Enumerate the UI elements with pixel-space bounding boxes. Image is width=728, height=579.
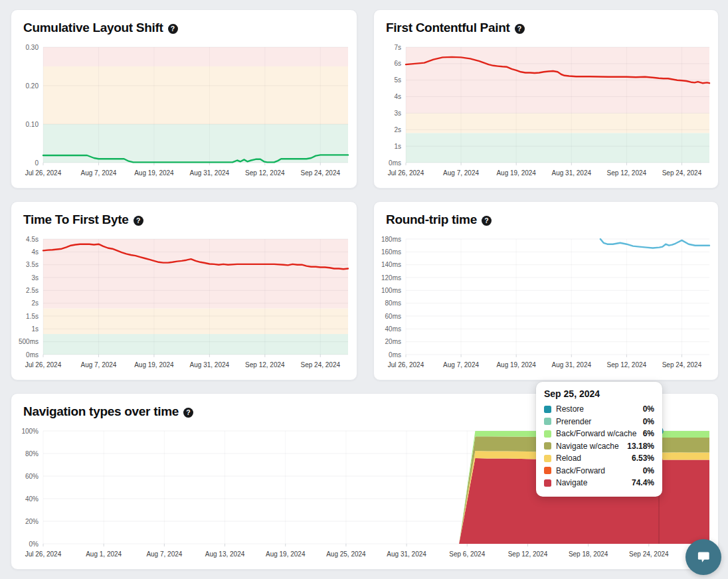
svg-text:6s: 6s [394, 60, 401, 67]
chart-title-nav: Navigation types over time [23, 404, 179, 420]
fcp-chart[interactable]: Jul 26, 2024Aug 7, 2024Aug 19, 2024Aug 3… [374, 41, 718, 181]
cls-plot: Jul 26, 2024Aug 7, 2024Aug 19, 2024Aug 3… [11, 41, 357, 181]
tooltip-row: Restore 0% [544, 403, 654, 416]
series-value: 0% [640, 404, 654, 414]
navigate-color-chip [544, 479, 551, 487]
back-forward-wcache-color-chip [544, 430, 551, 438]
svg-text:60ms: 60ms [385, 313, 401, 320]
svg-text:Aug 31, 2024: Aug 31, 2024 [190, 361, 230, 369]
svg-text:Aug 7, 2024: Aug 7, 2024 [80, 361, 116, 369]
chart-tooltip: Sep 25, 2024 Restore 0% Prerender 0% Bac… [536, 382, 662, 497]
help-icon[interactable]: ? [168, 24, 178, 34]
svg-text:2s: 2s [31, 299, 39, 307]
svg-text:5s: 5s [394, 76, 401, 84]
svg-text:Sep 24, 2024: Sep 24, 2024 [301, 169, 341, 177]
help-icon[interactable]: ? [134, 216, 143, 226]
svg-text:3s: 3s [394, 110, 401, 117]
svg-text:4s: 4s [394, 93, 401, 100]
series-value: 13.18% [624, 442, 654, 451]
svg-text:Aug 31, 2024: Aug 31, 2024 [552, 169, 592, 177]
series-label: Reload [556, 454, 581, 463]
tooltip-row: Back/Forward 0% [544, 465, 654, 477]
svg-text:Sep 24, 2024: Sep 24, 2024 [301, 361, 341, 369]
svg-text:0ms: 0ms [26, 351, 39, 359]
chart-title-ttfb: Time To First Byte [23, 212, 129, 228]
svg-text:Aug 19, 2024: Aug 19, 2024 [496, 361, 536, 369]
svg-text:500ms: 500ms [19, 338, 39, 345]
svg-text:40%: 40% [25, 495, 39, 503]
svg-text:80%: 80% [25, 450, 39, 457]
svg-text:Aug 1, 2024: Aug 1, 2024 [86, 550, 122, 558]
svg-text:0.20: 0.20 [26, 82, 39, 90]
prerender-color-chip [544, 418, 551, 425]
series-value: 0% [640, 417, 654, 426]
svg-text:2s: 2s [394, 126, 401, 133]
svg-text:Aug 7, 2024: Aug 7, 2024 [80, 169, 116, 177]
svg-text:Aug 7, 2024: Aug 7, 2024 [443, 361, 479, 369]
svg-text:60%: 60% [25, 473, 39, 480]
svg-text:Sep 18, 2024: Sep 18, 2024 [569, 550, 608, 558]
reload-color-chip [544, 455, 551, 462]
svg-text:1s: 1s [394, 143, 401, 150]
rtt-plot: Jul 26, 2024Aug 7, 2024Aug 19, 2024Aug 3… [374, 232, 718, 373]
series-label: Back/Forward w/cache [556, 429, 636, 438]
chat-bubble-icon [695, 548, 712, 566]
tooltip-row: Prerender 0% [544, 416, 654, 428]
card-header: Time To First Byte ? [11, 202, 357, 228]
svg-text:Jul 26, 2024: Jul 26, 2024 [25, 169, 62, 177]
svg-text:Aug 7, 2024: Aug 7, 2024 [146, 550, 182, 558]
series-label: Restore [556, 404, 584, 414]
help-icon[interactable]: ? [183, 408, 193, 418]
card-cumulative-layout-shift: Cumulative Layout Shift ? Jul 26, 2024Au… [11, 9, 357, 189]
svg-text:0.30: 0.30 [26, 44, 39, 51]
series-label: Navigate [556, 478, 587, 487]
svg-text:Aug 25, 2024: Aug 25, 2024 [326, 550, 366, 558]
ttfb-chart[interactable]: Jul 26, 2024Aug 7, 2024Aug 19, 2024Aug 3… [11, 232, 357, 373]
svg-text:Jul 26, 2024: Jul 26, 2024 [388, 169, 424, 177]
svg-text:7s: 7s [394, 44, 401, 51]
svg-text:Aug 7, 2024: Aug 7, 2024 [443, 169, 479, 177]
svg-text:Sep 6, 2024: Sep 6, 2024 [449, 550, 485, 558]
svg-text:4.5s: 4.5s [26, 236, 39, 243]
svg-text:Sep 12, 2024: Sep 12, 2024 [508, 550, 548, 558]
svg-text:Aug 19, 2024: Aug 19, 2024 [266, 550, 306, 558]
fcp-plot: Jul 26, 2024Aug 7, 2024Aug 19, 2024Aug 3… [374, 41, 718, 181]
tooltip-row: Navigate w/cache 13.18% [544, 440, 654, 453]
tooltip-row: Back/Forward w/cache 6% [544, 428, 654, 440]
svg-text:Sep 12, 2024: Sep 12, 2024 [245, 169, 285, 177]
svg-text:Jul 26, 2024: Jul 26, 2024 [25, 550, 62, 558]
help-icon[interactable]: ? [515, 24, 525, 34]
svg-text:Aug 31, 2024: Aug 31, 2024 [190, 169, 230, 177]
card-header: Round-trip time ? [374, 202, 718, 228]
svg-text:1.5s: 1.5s [26, 313, 39, 320]
rtt-chart[interactable]: Jul 26, 2024Aug 7, 2024Aug 19, 2024Aug 3… [374, 232, 718, 373]
card-time-to-first-byte: Time To First Byte ? Jul 26, 2024Aug 7, … [11, 201, 357, 380]
card-header: Cumulative Layout Shift ? [11, 10, 357, 36]
svg-text:Aug 19, 2024: Aug 19, 2024 [496, 169, 536, 177]
svg-text:3s: 3s [31, 274, 39, 282]
series-value: 0% [640, 466, 654, 475]
svg-text:Sep 24, 2024: Sep 24, 2024 [629, 550, 669, 558]
chart-title-rtt: Round-trip time [386, 212, 477, 228]
svg-text:3.5s: 3.5s [26, 261, 39, 268]
card-header: First Contentful Paint ? [374, 10, 718, 36]
svg-text:0ms: 0ms [389, 351, 401, 359]
series-label: Navigate w/cache [556, 442, 619, 451]
svg-text:1s: 1s [31, 325, 39, 333]
help-icon[interactable]: ? [482, 216, 492, 226]
svg-text:Aug 19, 2024: Aug 19, 2024 [134, 169, 174, 177]
svg-text:Jul 26, 2024: Jul 26, 2024 [388, 361, 424, 369]
tooltip-row: Reload 6.53% [544, 452, 654, 465]
svg-text:Sep 24, 2024: Sep 24, 2024 [662, 169, 702, 177]
series-value: 74.4% [629, 478, 654, 487]
chart-title-fcp: First Contentful Paint [386, 20, 510, 36]
svg-text:80ms: 80ms [385, 299, 401, 307]
svg-text:100ms: 100ms [381, 287, 401, 294]
card-first-contentful-paint: First Contentful Paint ? Jul 26, 2024Aug… [373, 9, 719, 189]
cls-chart[interactable]: Jul 26, 2024Aug 7, 2024Aug 19, 2024Aug 3… [11, 41, 357, 181]
navigate-wcache-color-chip [544, 442, 551, 450]
svg-text:Sep 12, 2024: Sep 12, 2024 [607, 169, 647, 177]
svg-text:0ms: 0ms [389, 159, 401, 167]
chat-widget-button[interactable] [685, 539, 721, 575]
tooltip-date: Sep 25, 2024 [544, 388, 654, 399]
